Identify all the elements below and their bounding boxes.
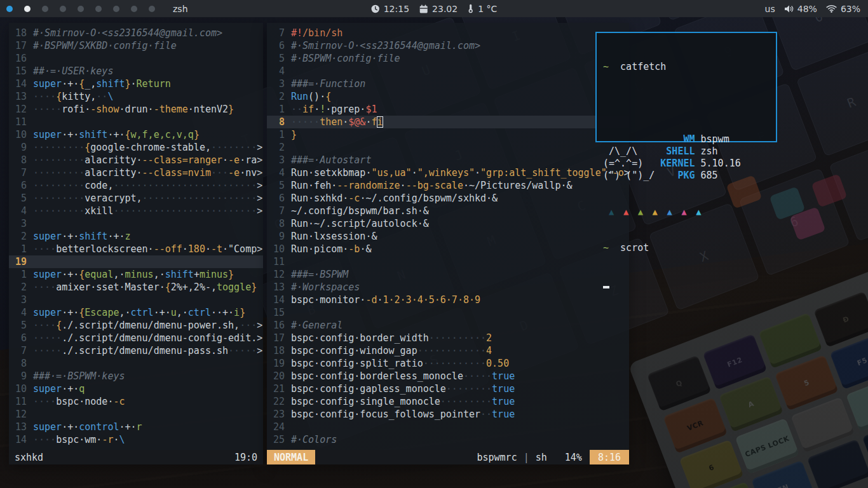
keyboard-layout-indicator[interactable]: us bbox=[765, 4, 775, 14]
editor-line[interactable]: 4·········xkill·························… bbox=[9, 205, 263, 217]
editor-line[interactable]: 22bspc·config·single_monocle·········tru… bbox=[267, 395, 629, 408]
editor-line[interactable]: 8 bbox=[9, 357, 263, 370]
editor-line[interactable]: 11 bbox=[267, 255, 629, 268]
editor-line[interactable]: 6·····./.script/dmenu/dmenu-config-edit.… bbox=[9, 332, 263, 344]
editor-line[interactable]: 5Run·feh·--randomize·--bg-scale·~/Pictur… bbox=[267, 179, 629, 192]
wifi-module[interactable]: 63% bbox=[826, 4, 860, 14]
line-number: 1 bbox=[9, 243, 33, 255]
code-token: equal bbox=[85, 269, 113, 280]
editor-line[interactable]: 7·····./.script/dmenu/dmenu-pass.sh·····… bbox=[9, 344, 263, 357]
workspace-dot-empty[interactable] bbox=[95, 6, 102, 12]
code-token: code, bbox=[85, 180, 113, 191]
editor-line[interactable]: 19 bbox=[9, 255, 263, 268]
catfetch-value: 685 bbox=[695, 170, 718, 181]
editor-line[interactable]: 16 bbox=[9, 52, 263, 65]
terminal-window-sxhkd[interactable]: 18#·Smirnov-O·<ss2316544@gmail.com>17#·B… bbox=[9, 23, 263, 464]
workspace-dot-focused[interactable] bbox=[6, 6, 13, 12]
editor-line[interactable]: 14····bspc·wm·-r·\ bbox=[9, 433, 263, 446]
editor-line[interactable]: 10Run·picom·-b·& bbox=[267, 243, 629, 255]
volume-module[interactable]: 48% bbox=[784, 4, 817, 14]
code-token: -t bbox=[211, 243, 222, 255]
editor-line[interactable]: 12 bbox=[9, 408, 263, 421]
editor-line[interactable]: 11 bbox=[9, 116, 263, 128]
editor-line[interactable]: 19bspc·config·split_ratio···········0.50 bbox=[267, 357, 629, 370]
editor-line[interactable]: 18#·Smirnov-O·<ss2316544@gmail.com> bbox=[9, 27, 263, 39]
editor-line[interactable]: 11····bspc·node·-c bbox=[9, 395, 263, 408]
catfetch-label: SHELL bbox=[660, 146, 695, 157]
editor-line[interactable]: 9###·=·BSPWM·keys bbox=[9, 370, 263, 383]
editor-line[interactable]: 4super·+·{Escape,·ctrl·+·u,·ctrl··+·i} bbox=[9, 306, 263, 319]
workspace-dot-empty[interactable] bbox=[60, 6, 66, 12]
editor-line[interactable]: 1··if·!·pgrep·$1 bbox=[267, 103, 629, 116]
editor-line[interactable]: 12###=·BSPWM bbox=[267, 268, 629, 281]
line-code: #·General bbox=[291, 319, 342, 332]
editor-line[interactable]: 7·········alacritty·--class=nvim···-e·nv… bbox=[9, 166, 263, 179]
line-number: 3 bbox=[9, 217, 33, 230]
editor-line[interactable]: 8·········alacritty·--class=ranger·-e·ra… bbox=[9, 154, 263, 166]
editor-line[interactable]: 2Run()·{ bbox=[267, 90, 629, 103]
right-editor-buffer[interactable]: 7#!/bin/sh6#·Smirnov-O·<ss2316544@gmail.… bbox=[267, 23, 629, 450]
editor-line[interactable]: 6·········code,·························… bbox=[9, 179, 263, 192]
editor-line[interactable]: 13super·+·control·+·r bbox=[9, 421, 263, 433]
editor-line[interactable]: 21bspc·config·gapless_monocle········tru… bbox=[267, 383, 629, 395]
editor-line[interactable]: 3###=·Function bbox=[267, 78, 629, 90]
editor-line[interactable]: 4 bbox=[267, 65, 629, 78]
editor-line[interactable]: 13#·Workspaces bbox=[267, 281, 629, 294]
editor-line[interactable]: 17bspc·config·border_width··········2 bbox=[267, 332, 629, 344]
terminal-window-bspwmrc[interactable]: 7#!/bin/sh6#·Smirnov-O·<ss2316544@gmail.… bbox=[267, 23, 629, 464]
editor-line[interactable]: 12·····rofi·-show·drun·-theme·ntenV2} bbox=[9, 103, 263, 116]
editor-line[interactable]: 3 bbox=[9, 294, 263, 306]
editor-line[interactable]: 2 bbox=[267, 141, 629, 154]
workspace-dot-empty[interactable] bbox=[78, 6, 84, 12]
editor-line[interactable]: 5····{./.script/dmenu/dmenu-power.sh,···… bbox=[9, 319, 263, 332]
editor-line[interactable]: 18bspc·config·window_gap············4 bbox=[267, 344, 629, 357]
workspace-dot-occupied[interactable] bbox=[24, 6, 31, 12]
editor-line[interactable]: 16#·General bbox=[267, 319, 629, 332]
editor-line[interactable]: 5#·BSPWM·config·file bbox=[267, 52, 629, 65]
line-number: 12 bbox=[267, 268, 291, 281]
editor-line[interactable]: 23bspc·config·focus_follows_pointer··tru… bbox=[267, 408, 629, 421]
editor-line[interactable]: 14super·+·{_,shift}·Return bbox=[9, 78, 263, 90]
code-token: --randomize bbox=[337, 180, 400, 191]
editor-line[interactable]: 4Run·setxkbmap·"us,ua"·",winkeys"·"grp:a… bbox=[267, 166, 629, 179]
editor-line[interactable]: 6#·Smirnov-O·<ss2316544@gmail.com> bbox=[267, 39, 629, 52]
editor-line[interactable]: 5·········veracrypt,····················… bbox=[9, 192, 263, 205]
editor-line[interactable]: 2····amixer·sset·Master·{2%+,2%-,toggle} bbox=[9, 281, 263, 294]
workspace-dot-empty[interactable] bbox=[113, 6, 119, 12]
editor-line[interactable]: 15##·=·USER·keys bbox=[9, 65, 263, 78]
editor-line[interactable]: 2super·+·shift·+·z bbox=[9, 230, 263, 243]
line-number: 13 bbox=[9, 90, 33, 103]
floating-terminal-catfetch[interactable]: ~ catfetch WM bspwm /\_/\ SHELL zsh(=^.^… bbox=[595, 32, 777, 142]
editor-line[interactable]: 6Run·sxhkd·-c·~/.config/bspwm/sxhkd·& bbox=[267, 192, 629, 205]
editor-line[interactable]: 10super·+·shift·+·{w,f,e,c,v,q} bbox=[9, 128, 263, 141]
editor-line[interactable]: 14bspc·monitor·-d·1·2·3·4·5·6·7·8·9 bbox=[267, 294, 629, 306]
code-token: ·nv> bbox=[240, 167, 262, 179]
editor-line[interactable]: 10super·+·q bbox=[9, 383, 263, 395]
code-token: ,· bbox=[154, 269, 165, 280]
editor-line[interactable]: 3 bbox=[9, 217, 263, 230]
editor-line[interactable]: 24 bbox=[267, 421, 629, 433]
workspace-dot-empty[interactable] bbox=[149, 6, 155, 12]
editor-line[interactable]: 15 bbox=[267, 306, 629, 319]
left-editor-buffer[interactable]: 18#·Smirnov-O·<ss2316544@gmail.com>17#·B… bbox=[9, 23, 263, 450]
code-token: ,· bbox=[177, 307, 188, 318]
editor-line[interactable]: 13····{kitty,··\ bbox=[9, 90, 263, 103]
editor-line[interactable]: 1····betterlockscreen·--off·180·-t·"Comp… bbox=[9, 243, 263, 255]
editor-line[interactable]: 8·····then·$@&·fi bbox=[267, 116, 629, 128]
editor-line[interactable]: 8Run·~/.script/autolock·& bbox=[267, 217, 629, 230]
editor-line[interactable]: 17#·BSPWM/SXKBD·config·file bbox=[9, 39, 263, 52]
editor-line[interactable]: 1super·+·{equal,·minus,·shift+minus} bbox=[9, 268, 263, 281]
editor-line[interactable]: 25#·Colors bbox=[267, 433, 629, 446]
editor-line[interactable]: 7~/.config/bspwm/bar.sh·& bbox=[267, 205, 629, 217]
editor-line[interactable]: 9·········{google-chrome-stable,········… bbox=[9, 141, 263, 154]
editor-line[interactable]: 20bspc·config·borderless_monocle·····tru… bbox=[267, 370, 629, 383]
catfetch-info-row: (") (")_/ PKG 685 bbox=[603, 170, 776, 182]
editor-line[interactable]: 9Run·lxsession·& bbox=[267, 230, 629, 243]
line-code: Run·lxsession·& bbox=[291, 230, 377, 243]
workspace-dot-empty[interactable] bbox=[131, 6, 137, 12]
editor-line[interactable]: 7#!/bin/sh bbox=[267, 27, 629, 39]
workspace-dot-empty[interactable] bbox=[42, 6, 48, 12]
code-token: true bbox=[492, 370, 515, 382]
editor-line[interactable]: 3###=·Autostart bbox=[267, 154, 629, 166]
editor-line[interactable]: 1} bbox=[267, 128, 629, 141]
